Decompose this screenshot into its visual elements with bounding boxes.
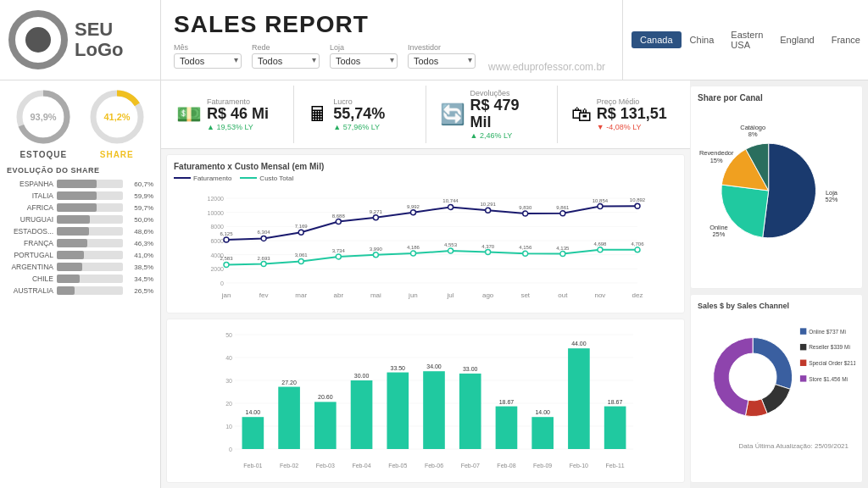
filter-group-loja: Loja Todos [330,43,398,69]
svg-text:4,135: 4,135 [556,245,570,250]
svg-text:12000: 12000 [208,196,225,202]
gauge-label-estoque: ESTOQUE [19,150,67,159]
gauge-estoque: 93,9%ESTOQUE [14,87,73,159]
svg-text:dez: dez [632,291,643,299]
svg-point-28 [373,214,378,219]
svg-text:Feb-07: Feb-07 [461,463,480,469]
svg-text:6,304: 6,304 [258,230,271,235]
svg-text:9,861: 9,861 [556,204,570,209]
kpi-icon-1: 🖩 [308,103,328,126]
svg-text:Feb-02: Feb-02 [280,463,298,469]
svg-point-52 [373,252,378,257]
svg-text:8%: 8% [748,130,758,138]
svg-text:Feb-11: Feb-11 [606,463,625,469]
svg-text:18.67: 18.67 [499,399,515,405]
website-url: www.eduprofessor.com.br [488,61,622,80]
svg-text:2,583: 2,583 [220,256,233,261]
svg-text:0: 0 [229,446,232,452]
svg-text:20.60: 20.60 [318,394,333,400]
kpi-icon-0: 💵 [176,103,202,126]
country-tab-canada[interactable]: Canada [632,31,682,48]
svg-point-24 [298,230,303,235]
svg-text:Feb-03: Feb-03 [316,463,335,469]
pie-chart-svg: Loja52%Online25%Revendedor15%Catálogo8% [698,106,855,275]
kpi-card-1: 🖩 Lucro 55,74% ▲ 57,96% LY [301,86,418,143]
svg-text:mar: mar [295,291,307,299]
svg-text:Feb-05: Feb-05 [388,463,407,469]
svg-rect-98 [314,402,337,449]
bar-row-italia: ITALIA 59,9% [7,191,153,200]
svg-text:44.00: 44.00 [571,341,587,347]
filters: Mês TodosRede TodosLoja TodosInvestidor … [174,43,476,69]
svg-point-46 [261,261,266,266]
svg-text:Feb-01: Feb-01 [243,463,262,469]
svg-text:4,706: 4,706 [631,241,644,246]
svg-point-20 [224,237,229,242]
left-panel: 93,9%ESTOQUE41,2%SHARE EVOLUÇÃO DO SHARE… [0,80,161,488]
line-chart-legend: FaturamentoCusto Total [174,175,677,182]
svg-rect-110 [459,374,481,449]
svg-text:2000: 2000 [210,266,224,272]
svg-text:10,291: 10,291 [480,202,496,207]
logo-text: SEU LoGo [75,19,123,60]
svg-text:Reseller $339 Mi: Reseller $339 Mi [809,344,850,350]
country-tab-england[interactable]: England [771,31,822,48]
kpi-row: 💵 Faturamento R$ 46 Mi ▲ 19,53% LY 🖩 Luc… [161,80,690,149]
svg-text:10,892: 10,892 [630,197,646,202]
svg-text:jun: jun [408,291,418,299]
country-tab-china[interactable]: China [682,31,723,48]
svg-text:mai: mai [370,291,381,299]
svg-text:4,156: 4,156 [519,245,532,250]
country-tab-eastern-usa[interactable]: Eastern USA [722,26,771,53]
main-content: 93,9%ESTOQUE41,2%SHARE EVOLUÇÃO DO SHARE… [0,80,868,488]
svg-point-60 [523,251,528,256]
svg-text:34.00: 34.00 [426,363,442,369]
svg-rect-113 [496,407,518,449]
filter-group-rede: Rede Todos [252,43,320,69]
svg-text:ago: ago [482,291,494,299]
svg-point-64 [598,247,603,252]
svg-point-66 [635,247,640,252]
gauge-svg-estoque: 93,9% [14,87,73,147]
svg-text:nov: nov [594,291,605,299]
kpi-divider [293,86,294,143]
svg-text:50: 50 [225,332,232,338]
logo-circle [8,10,68,69]
line-chart-title: Faturamento x Custo Mensal (em Mil) [174,162,677,171]
kpi-card-2: 🔄 Devoluções R$ 479 Mil ▲ 2,46% LY [433,86,550,143]
svg-text:3,734: 3,734 [332,247,346,252]
country-tab-france[interactable]: France [823,31,868,48]
svg-point-26 [336,219,341,224]
svg-point-56 [448,248,453,253]
bar-row-argentina: ARGENTINA 38,5% [7,263,153,271]
svg-text:10000: 10000 [208,209,225,215]
svg-text:jan: jan [221,291,231,299]
svg-point-44 [224,262,229,267]
bar-row-portugal: PORTUGAL 41,0% [7,251,153,259]
svg-text:33.50: 33.50 [391,365,406,371]
svg-rect-119 [568,348,590,449]
svg-text:Feb-09: Feb-09 [533,463,552,469]
title-area: SALES REPORT Mês TodosRede TodosLoja Tod… [161,4,488,75]
bar-chart-area: 0102030405014.00Feb-0127.20Feb-0220.60Fe… [166,319,685,483]
svg-text:2,693: 2,693 [258,255,271,260]
svg-rect-116 [531,417,554,449]
logo-inner [25,27,51,53]
svg-rect-101 [351,380,373,449]
bar-row-estados...: ESTADOS... 48,6% [7,227,153,236]
svg-text:10,744: 10,744 [442,198,459,203]
svg-text:4,698: 4,698 [593,241,607,246]
svg-text:10: 10 [225,424,232,430]
filter-group-mês: Mês Todos [174,43,242,69]
svg-rect-137 [800,360,806,366]
svg-point-42 [635,203,640,208]
svg-text:6000: 6000 [210,238,224,244]
bar-chart-svg: 0102030405014.00Feb-0127.20Feb-0220.60Fe… [174,326,677,474]
kpi-icon-3: 🛍 [571,103,592,126]
svg-point-38 [560,210,565,215]
svg-text:jul: jul [447,291,454,299]
svg-point-34 [486,208,491,213]
kpi-card-0: 💵 Faturamento R$ 46 Mi ▲ 19,53% LY [170,86,287,143]
legend-item-faturamento: Faturamento [174,175,231,182]
svg-rect-104 [387,373,409,449]
